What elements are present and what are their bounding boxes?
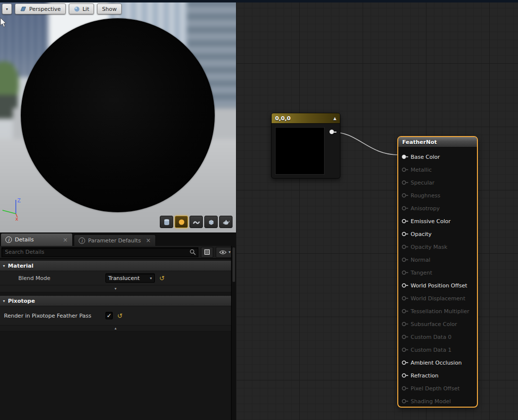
pin-circle-icon: [402, 399, 409, 404]
info-icon: i: [5, 236, 12, 243]
feather-pass-checkbox[interactable]: ✓: [105, 312, 113, 320]
viewport-toolbar: ▾ Perspective Lit Show: [2, 3, 122, 14]
material-input-pin[interactable]: Shading Model: [402, 395, 477, 408]
material-graph[interactable]: 0,0,0 ▲ FeatherNot Base Color Metallic: [236, 0, 518, 420]
material-input-pin[interactable]: World Position Offset: [402, 279, 477, 292]
check-icon: ✓: [106, 313, 112, 319]
pin-label: Roughness: [411, 192, 440, 199]
blend-mode-label: Blend Mode: [18, 275, 50, 281]
pin-label: Subsurface Color: [411, 321, 457, 327]
material-result-node[interactable]: FeatherNot Base Color Metallic Specular …: [397, 136, 478, 408]
material-input-pin[interactable]: Metallic: [402, 163, 477, 176]
pin-label: Pixel Depth Offset: [411, 385, 460, 392]
color-swatch[interactable]: [275, 127, 325, 175]
chevron-down-icon: ▾: [229, 250, 231, 254]
advanced-expander[interactable]: ▾: [0, 285, 231, 292]
axis-gizmo: Z x: [1, 195, 30, 222]
pin-circle-icon: [402, 283, 409, 288]
tab-details-label: Details: [15, 236, 34, 243]
preview-plane-button[interactable]: [189, 216, 203, 228]
triangle-down-icon: ▾: [3, 264, 5, 268]
preview-sphere-button[interactable]: [175, 216, 188, 228]
pin-circle-icon: [402, 232, 409, 236]
pin-label: Anisotropy: [411, 205, 440, 212]
viewport-options-button[interactable]: ▾: [2, 3, 12, 14]
pin-circle-icon: [402, 167, 409, 172]
property-matrix-button[interactable]: [201, 247, 213, 258]
material-input-pin[interactable]: Subsurface Color: [402, 318, 477, 330]
material-input-pin[interactable]: Custom Data 0: [402, 330, 477, 343]
triangle-down-icon: ▾: [3, 299, 5, 303]
reset-to-default-icon[interactable]: ↺: [159, 275, 165, 281]
preview-teapot-button[interactable]: [219, 216, 233, 228]
material-input-pin[interactable]: Custom Data 1: [402, 343, 477, 356]
perspective-button[interactable]: Perspective: [15, 3, 66, 14]
material-input-pin[interactable]: Roughness: [402, 189, 477, 202]
material-input-pin[interactable]: Opacity Mask: [402, 240, 477, 253]
material-input-pin[interactable]: World Displacement: [402, 292, 477, 305]
material-input-pin[interactable]: Base Color: [402, 150, 477, 163]
triangle-up-icon: ▴: [114, 326, 116, 330]
feather-pass-label: Render in Pixotope Feather Pass: [4, 313, 91, 319]
close-icon[interactable]: ×: [61, 236, 68, 243]
triangle-up-icon[interactable]: ▲: [333, 116, 336, 121]
details-panel-body: ▾ Material Blend Mode Translucent ▾ ↺ ▾ …: [0, 259, 231, 420]
pin-label: Shading Model: [411, 398, 451, 405]
section-pixotope-title: Pixotope: [8, 298, 35, 304]
search-details-input[interactable]: [2, 249, 189, 255]
material-input-pin[interactable]: Tangent: [402, 266, 477, 279]
section-material-header[interactable]: ▾ Material: [0, 261, 231, 271]
tab-details[interactable]: i Details ×: [0, 233, 73, 246]
chevron-down-icon: ▾: [6, 7, 8, 11]
tab-parameter-defaults[interactable]: i Parameter Defaults ×: [74, 234, 156, 246]
search-box: [1, 247, 198, 257]
preview-mesh-sphere[interactable]: [21, 18, 215, 212]
collapse-expander[interactable]: ▴: [0, 326, 231, 331]
material-input-pin[interactable]: Opacity: [402, 228, 477, 240]
material-input-pin[interactable]: Emissive Color: [402, 215, 477, 228]
sphere-icon: [178, 218, 186, 226]
pin-circle-icon: [402, 334, 409, 339]
material-input-pin[interactable]: Specular: [402, 176, 477, 189]
show-button[interactable]: Show: [97, 3, 122, 14]
material-input-pin[interactable]: Normal: [402, 253, 477, 266]
material-input-pin[interactable]: Tessellation Multiplier: [402, 305, 477, 318]
pin-label: Emissive Color: [411, 218, 451, 225]
pin-label: Refraction: [411, 373, 438, 379]
pin-circle-icon: [402, 257, 409, 262]
search-icon: [189, 249, 196, 255]
material-node-header[interactable]: FeatherNot: [398, 137, 477, 147]
preview-viewport[interactable]: ▾ Perspective Lit Show: [0, 0, 236, 233]
material-input-pin[interactable]: Anisotropy: [402, 202, 477, 215]
section-pixotope-header[interactable]: ▾ Pixotope: [0, 296, 231, 306]
material-editor-window: ▾ Perspective Lit Show: [0, 0, 518, 420]
lit-button[interactable]: Lit: [69, 3, 94, 14]
pin-circle-icon: [402, 154, 409, 159]
feather-pass-row: Render in Pixotope Feather Pass ✓ ↺: [0, 306, 231, 326]
lit-label: Lit: [83, 6, 90, 12]
constant-color-node[interactable]: 0,0,0 ▲: [271, 113, 340, 179]
pin-label: Tessellation Multiplier: [411, 308, 470, 315]
pin-circle-icon: [402, 206, 409, 211]
material-input-pin[interactable]: Pixel Depth Offset: [402, 382, 477, 395]
pin-label: World Displacement: [411, 295, 466, 302]
details-scrollbar[interactable]: [231, 246, 236, 420]
cube-icon: [207, 218, 215, 226]
pin-label: Ambient Occlusion: [411, 360, 462, 366]
constant-node-header[interactable]: 0,0,0 ▲: [272, 113, 340, 124]
perspective-icon: [20, 6, 27, 12]
close-icon[interactable]: ×: [144, 237, 151, 244]
blend-mode-row: Blend Mode Translucent ▾ ↺: [0, 271, 231, 285]
blend-mode-dropdown[interactable]: Translucent ▾: [105, 274, 155, 283]
left-pane: ▾ Perspective Lit Show: [0, 0, 236, 420]
details-tabbar: i Details × i Parameter Defaults ×: [0, 233, 236, 246]
pin-circle-icon: [402, 373, 409, 378]
reset-to-default-icon[interactable]: ↺: [117, 313, 123, 319]
material-input-pin[interactable]: Ambient Occlusion: [402, 356, 477, 369]
cylinder-icon: [163, 218, 171, 226]
preview-cube-button[interactable]: [204, 216, 218, 228]
pin-circle-icon: [402, 193, 409, 198]
material-input-pin[interactable]: Refraction: [402, 369, 477, 382]
preview-cylinder-button[interactable]: [160, 216, 173, 228]
output-pin[interactable]: [330, 130, 334, 134]
